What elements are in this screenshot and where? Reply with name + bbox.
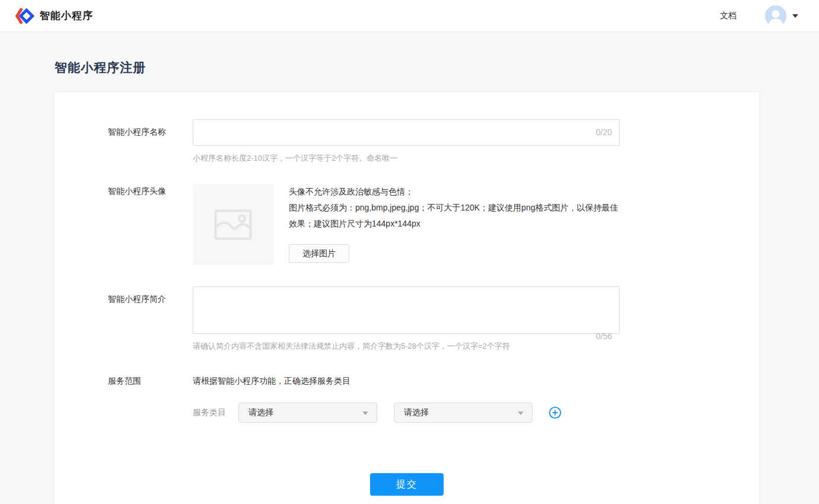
category-select-1-value: 请选择 <box>248 407 273 418</box>
chevron-down-icon[interactable] <box>792 14 798 18</box>
avatar-rule-line: 头像不允许涉及政治敏感与色情； <box>289 184 619 200</box>
chevron-down-icon <box>518 412 524 415</box>
registration-page: 智能小程序注册 智能小程序名称 0/20 小程序名称长度2-10汉字，一个汉字等… <box>55 59 759 504</box>
name-label: 智能小程序名称 <box>108 119 193 184</box>
intro-textarea[interactable] <box>193 286 620 334</box>
user-menu[interactable] <box>765 5 798 27</box>
category-select-2[interactable]: 请选择 <box>394 403 533 423</box>
scope-row: 服务范围 请根据智能小程序功能，正确选择服务类目 服务类目 请选择 请选择 <box>108 368 759 423</box>
page-title: 智能小程序注册 <box>55 59 759 76</box>
user-avatar[interactable] <box>765 5 786 27</box>
intro-help: 请确认简介内容不含国家相关法律法规禁止内容，简介字数为5-28个汉字，一个汉字=… <box>193 341 620 352</box>
name-row: 智能小程序名称 0/20 小程序名称长度2-10汉字，一个汉字等于2个字符。命名… <box>108 119 759 184</box>
choose-image-button[interactable]: 选择图片 <box>289 244 349 263</box>
registration-card: 智能小程序名称 0/20 小程序名称长度2-10汉字，一个汉字等于2个字符。命名… <box>55 92 759 504</box>
name-input[interactable] <box>193 119 620 146</box>
chevron-down-icon <box>362 412 368 415</box>
top-header: 智能小程序 文档 <box>0 0 819 32</box>
avatar-row: 智能小程序头像 头像不允许涉及政治敏感与色情； 图片格式必须为：png,bmp <box>108 184 759 286</box>
category-label: 服务类目 <box>193 407 226 418</box>
person-icon <box>765 5 786 27</box>
category-select-2-value: 请选择 <box>404 407 429 418</box>
docs-link[interactable]: 文档 <box>720 11 737 21</box>
intro-row: 智能小程序简介 0/56 请确认简介内容不含国家相关法律法规禁止内容，简介字数为… <box>108 286 759 368</box>
avatar-label: 智能小程序头像 <box>108 184 193 286</box>
intro-label: 智能小程序简介 <box>108 286 193 368</box>
avatar-preview <box>193 184 273 265</box>
scope-hint: 请根据智能小程序功能，正确选择服务类目 <box>193 368 562 387</box>
image-placeholder-icon <box>214 209 252 240</box>
avatar-rule-line: 图片格式必须为：png,bmp,jpeg,jpg；不可大于120K；建议使用pn… <box>289 200 619 232</box>
brand-link[interactable]: 智能小程序 <box>14 6 93 26</box>
name-help: 小程序名称长度2-10汉字，一个汉字等于2个字符。命名唯一 <box>193 153 620 164</box>
plus-circle-icon <box>549 406 562 419</box>
submit-button[interactable]: 提交 <box>370 473 444 496</box>
smart-program-logo-icon <box>14 6 34 26</box>
add-category-button[interactable] <box>549 406 562 419</box>
category-select-1[interactable]: 请选择 <box>238 403 377 423</box>
brand-title: 智能小程序 <box>40 9 93 23</box>
scope-label: 服务范围 <box>108 368 193 423</box>
